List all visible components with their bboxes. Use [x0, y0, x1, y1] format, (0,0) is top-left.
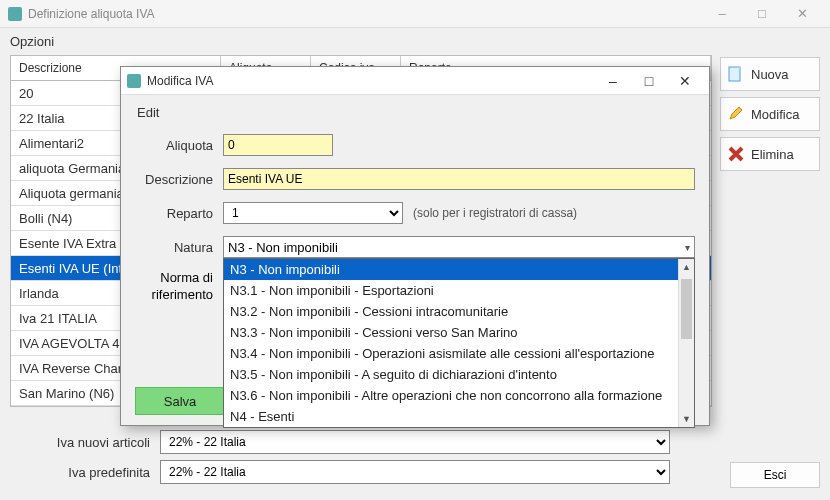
esci-button[interactable]: Esci [730, 462, 820, 488]
norma-label: Norma di riferimento [135, 270, 213, 304]
action-buttons: Nuova Modifica Elimina [720, 55, 820, 407]
bottom-area: Iva nuovi articoli 22% - 22 Italia Iva p… [10, 430, 820, 500]
modal-maximize-button[interactable]: □ [631, 69, 667, 93]
iva-nuovi-label: Iva nuovi articoli [10, 435, 150, 450]
natura-option[interactable]: N3 - Non imponibili [224, 259, 694, 280]
modal-minimize-button[interactable]: – [595, 69, 631, 93]
new-icon [727, 65, 745, 83]
modifica-button[interactable]: Modifica [720, 97, 820, 131]
opzioni-menu[interactable]: Opzioni [0, 28, 830, 55]
natura-option[interactable]: N3.6 - Non imponibili - Altre operazioni… [224, 385, 694, 406]
salva-button[interactable]: Salva [135, 387, 225, 415]
natura-option[interactable]: N4 - Esenti [224, 406, 694, 427]
scrollbar[interactable]: ▲ ▼ [678, 259, 694, 427]
delete-icon [727, 145, 745, 163]
modal-close-button[interactable]: ✕ [667, 69, 703, 93]
aliquota-input[interactable] [223, 134, 333, 156]
natura-select[interactable]: N3 - Non imponibili ▾ [223, 236, 695, 258]
aliquota-label: Aliquota [135, 138, 213, 153]
natura-label: Natura [135, 240, 213, 255]
descrizione-input[interactable] [223, 168, 695, 190]
natura-option[interactable]: N3.2 - Non imponibili - Cessioni intraco… [224, 301, 694, 322]
scroll-up-icon[interactable]: ▲ [679, 259, 694, 275]
minimize-button[interactable]: – [702, 2, 742, 26]
scroll-thumb[interactable] [681, 279, 692, 339]
descrizione-label: Descrizione [135, 172, 213, 187]
iva-predef-label: Iva predefinita [10, 465, 150, 480]
main-title: Definizione aliquota IVA [28, 7, 702, 21]
natura-option[interactable]: N3.1 - Non imponibili - Esportazioni [224, 280, 694, 301]
chevron-down-icon: ▾ [685, 242, 690, 253]
nuova-button[interactable]: Nuova [720, 57, 820, 91]
scroll-down-icon[interactable]: ▼ [679, 411, 694, 427]
app-icon [8, 7, 22, 21]
natura-option[interactable]: N3.3 - Non imponibili - Cessioni verso S… [224, 322, 694, 343]
elimina-button[interactable]: Elimina [720, 137, 820, 171]
natura-dropdown: N3 - Non imponibiliN3.1 - Non imponibili… [223, 258, 695, 428]
natura-selected: N3 - Non imponibili [228, 240, 338, 255]
reparto-select[interactable]: 1 [223, 202, 403, 224]
reparto-hint: (solo per i registratori di cassa) [413, 206, 577, 220]
nuova-label: Nuova [751, 67, 789, 82]
iva-predef-select[interactable]: 22% - 22 Italia [160, 460, 670, 484]
modal-titlebar: Modifica IVA – □ ✕ [121, 67, 709, 95]
modifica-label: Modifica [751, 107, 799, 122]
reparto-label: Reparto [135, 206, 213, 221]
elimina-label: Elimina [751, 147, 794, 162]
svg-rect-0 [729, 67, 740, 81]
iva-nuovi-select[interactable]: 22% - 22 Italia [160, 430, 670, 454]
close-button[interactable]: ✕ [782, 2, 822, 26]
maximize-button[interactable]: □ [742, 2, 782, 26]
main-titlebar: Definizione aliquota IVA – □ ✕ [0, 0, 830, 28]
edit-heading: Edit [135, 105, 695, 120]
modal-title: Modifica IVA [147, 74, 595, 88]
app-icon [127, 74, 141, 88]
natura-option[interactable]: N3.5 - Non imponibili - A seguito di dic… [224, 364, 694, 385]
natura-option[interactable]: N3.4 - Non imponibili - Operazioni asism… [224, 343, 694, 364]
modifica-iva-dialog: Modifica IVA – □ ✕ Edit Aliquota Descriz… [120, 66, 710, 426]
edit-icon [727, 105, 745, 123]
